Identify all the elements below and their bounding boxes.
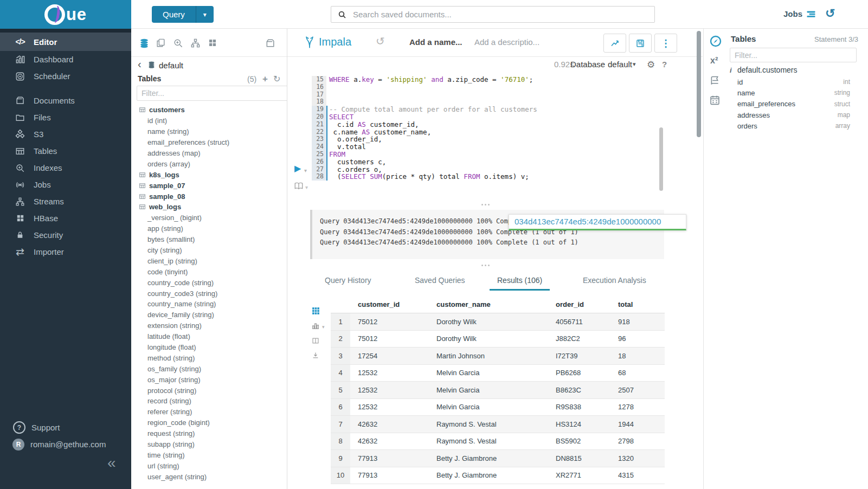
download-results-icon[interactable] — [311, 351, 320, 359]
sidebar-item-streams[interactable]: Streams — [0, 193, 131, 210]
tree-column[interactable]: country_name (string) — [131, 299, 287, 310]
support-link[interactable]: ? Support — [0, 419, 131, 436]
apps-grid-icon[interactable] — [208, 38, 217, 48]
table-row[interactable]: 512532Melvin GarciaB8623C2507 — [331, 382, 665, 399]
table-row[interactable]: 412532Melvin GarciaPB626868 — [331, 365, 665, 382]
tree-column[interactable]: client_ip (string) — [131, 255, 287, 266]
tree-column[interactable]: time (string) — [131, 450, 287, 461]
tree-column[interactable]: country_code (string) — [131, 277, 287, 288]
active-table-row[interactable]: i default.customers — [730, 66, 798, 74]
resize-handle-bottom[interactable] — [481, 265, 490, 266]
tree-column[interactable]: extension (string) — [131, 320, 287, 331]
sidebar-item-scheduler[interactable]: Scheduler — [0, 68, 131, 85]
presentation-caret-icon[interactable]: ▾ — [305, 184, 308, 190]
table-row[interactable]: 842632Raymond S. VestalBS59022798 — [331, 433, 665, 451]
sidebar-item-importer[interactable]: ⇄Importer — [0, 243, 131, 260]
documents-assist-icon[interactable] — [156, 38, 166, 48]
tree-column[interactable]: protocol (string) — [131, 385, 287, 396]
table-row[interactable]: 1077913Betty J. GiambroneXR27714315 — [331, 467, 665, 485]
tree-column[interactable]: referer (string) — [131, 407, 287, 417]
schedule-calendar-icon[interactable] — [709, 94, 721, 106]
editor-history-icon[interactable]: ↺ — [376, 35, 385, 48]
databases-icon[interactable] — [139, 38, 150, 49]
folder-assist-icon[interactable] — [265, 38, 276, 49]
engine-title[interactable]: Impala — [319, 36, 351, 48]
table-row[interactable]: 175012Dorothy Wilk4056711918 — [331, 313, 665, 331]
execute-options-caret-icon[interactable]: ▾ — [304, 168, 307, 173]
grid-view-icon[interactable] — [311, 306, 320, 316]
sidebar-item-security[interactable]: Security — [0, 227, 131, 243]
user-account[interactable]: R romain@gethue.com — [0, 436, 131, 453]
search-input[interactable] — [352, 9, 654, 20]
tree-table[interactable]: customers — [131, 105, 287, 115]
database-caret-icon[interactable]: ▾ — [633, 61, 636, 68]
tree-column[interactable]: latitude (float) — [131, 331, 287, 342]
jobs-link[interactable]: Jobs — [783, 9, 802, 18]
right-column-row[interactable]: email_preferencesstruct — [730, 99, 850, 110]
query-name-field[interactable]: Add a name... — [409, 37, 462, 47]
language-reference-icon[interactable] — [709, 75, 721, 86]
assistant-compass-icon[interactable] — [709, 35, 722, 48]
tree-table[interactable]: sample_07 — [131, 180, 287, 191]
query-history-icon[interactable]: ↺ — [825, 7, 835, 21]
code-scrollbar[interactable] — [659, 127, 663, 191]
tree-column[interactable]: record (string) — [131, 396, 287, 407]
right-column-row[interactable]: namestring — [730, 87, 850, 98]
tree-column[interactable]: region_code (bigint) — [131, 417, 287, 428]
tree-column[interactable]: request (string) — [131, 428, 287, 439]
save-button[interactable] — [629, 34, 652, 53]
tables-filter-input[interactable] — [137, 86, 287, 101]
tree-column[interactable]: bytes (smallint) — [131, 234, 287, 245]
tree-column[interactable]: method (string) — [131, 352, 287, 363]
query-caret-icon[interactable]: ▾ — [196, 6, 214, 23]
chart-button[interactable] — [603, 34, 626, 53]
right-column-row[interactable]: ordersarray — [730, 120, 850, 131]
tree-column[interactable]: name (string) — [131, 126, 287, 137]
back-chevron-icon[interactable]: ‹ — [138, 59, 142, 69]
more-options-button[interactable]: ⋮ — [654, 34, 677, 53]
table-row[interactable]: 275012Dorothy WilkJ882C296 — [331, 331, 665, 348]
tree-column[interactable]: id (int) — [131, 115, 287, 126]
tree-column[interactable]: orders (array) — [131, 158, 287, 169]
tab-saved-queries[interactable]: Saved Queries — [407, 274, 473, 289]
tree-column[interactable]: code (tinyint) — [131, 266, 287, 277]
sidebar-item-s3[interactable]: S3 — [0, 126, 131, 143]
tree-column[interactable]: os_family (string) — [131, 363, 287, 374]
search-plus-assist-icon[interactable] — [173, 38, 183, 48]
jobs-list-icon[interactable] — [805, 9, 817, 20]
tab-execution-analysis[interactable]: Execution Analysis — [575, 274, 654, 289]
table-row[interactable]: 742632Raymond S. VestalHS31241944 — [331, 416, 665, 433]
table-row[interactable]: 977913Betty J. GiambroneDN88151320 — [331, 450, 665, 467]
tree-table[interactable]: sample_08 — [131, 191, 287, 202]
main-scrollbar[interactable] — [697, 31, 701, 137]
table-row[interactable]: 317254Martin JohnsonI72T3918 — [331, 348, 665, 365]
active-table-name[interactable]: default.customers — [737, 66, 798, 74]
tree-column[interactable]: addresses (map) — [131, 148, 287, 159]
resize-handle[interactable] — [481, 204, 490, 205]
query-description-field[interactable]: Add a descriptio... — [474, 37, 539, 47]
tree-column[interactable]: user_agent (string) — [131, 471, 287, 482]
right-column-row[interactable]: idint — [730, 76, 850, 87]
sitemap-assist-icon[interactable] — [190, 38, 201, 48]
tree-column[interactable]: email_preferences (struct) — [131, 137, 287, 148]
sidebar-item-documents[interactable]: Documents — [0, 92, 131, 109]
right-filter-input[interactable] — [730, 48, 857, 62]
tree-column[interactable]: subapp (string) — [131, 439, 287, 450]
hue-logo[interactable]: ue — [0, 0, 131, 29]
sidebar-item-files[interactable]: Files — [0, 109, 131, 126]
tree-table[interactable]: k8s_logs — [131, 169, 287, 180]
presentation-mode-icon[interactable] — [293, 181, 304, 191]
functions-icon[interactable]: x² — [710, 56, 718, 66]
code-editor[interactable]: WHERE a.key = 'shipping' and a.zip_code … — [329, 76, 654, 181]
tree-column[interactable]: os_major (string) — [131, 374, 287, 385]
tree-table[interactable]: web_logs — [131, 202, 287, 213]
tree-column[interactable]: country_code3 (string) — [131, 288, 287, 299]
tree-column[interactable]: longitude (float) — [131, 342, 287, 353]
tree-column[interactable]: city (string) — [131, 245, 287, 256]
editor-help-icon[interactable]: ? — [662, 60, 667, 69]
statement-indicator[interactable]: Statement 3/3 — [814, 35, 858, 43]
sidebar-item-hbase[interactable]: HBase — [0, 210, 131, 227]
chart-view-caret-icon[interactable]: ▾ — [322, 324, 325, 330]
chart-view-icon[interactable] — [311, 321, 320, 330]
tree-column[interactable]: app (string) — [131, 223, 287, 234]
